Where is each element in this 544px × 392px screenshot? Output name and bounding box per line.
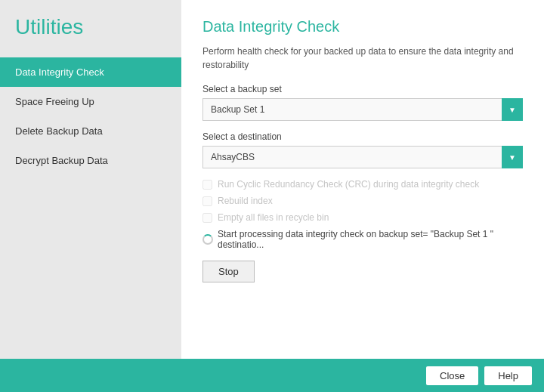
destination-select[interactable]: AhsayCBS	[202, 146, 523, 168]
help-button[interactable]: Help	[484, 366, 532, 385]
spinner-icon	[202, 234, 213, 245]
status-text: Start processing data integrity check on…	[218, 229, 523, 250]
sidebar-title: Utilities	[0, 0, 181, 57]
rebuild-index-checkbox-label: Rebuild index	[218, 196, 273, 206]
status-row: Start processing data integrity check on…	[202, 229, 523, 250]
page-title: Data Integrity Check	[202, 18, 523, 35]
sidebar-item-data-integrity-check[interactable]: Data Integrity Check	[0, 57, 181, 87]
sidebar-item-label: Delete Backup Data	[15, 125, 103, 137]
empty-recycle-checkbox[interactable]	[202, 213, 212, 223]
crc-checkbox[interactable]	[202, 180, 212, 190]
sidebar-item-label: Data Integrity Check	[15, 66, 104, 78]
backup-set-select[interactable]: Backup Set 1	[202, 98, 523, 121]
empty-recycle-checkbox-row: Empty all files in recycle bin	[202, 212, 523, 223]
sidebar-item-decrypt-backup-data[interactable]: Decrypt Backup Data	[0, 146, 181, 175]
sidebar-item-label: Space Freeing Up	[15, 96, 94, 107]
sidebar-item-delete-backup-data[interactable]: Delete Backup Data	[0, 116, 181, 146]
backup-set-select-wrapper: Backup Set 1	[202, 98, 523, 121]
backup-set-label: Select a backup set	[202, 84, 523, 94]
destination-select-wrapper: AhsayCBS	[202, 146, 523, 168]
crc-checkbox-row: Run Cyclic Redundancy Check (CRC) during…	[202, 179, 523, 190]
crc-checkbox-label: Run Cyclic Redundancy Check (CRC) during…	[218, 179, 479, 190]
rebuild-index-checkbox-row: Rebuild index	[202, 196, 523, 206]
empty-recycle-checkbox-label: Empty all files in recycle bin	[218, 212, 329, 223]
destination-label: Select a destination	[202, 131, 523, 142]
rebuild-index-checkbox[interactable]	[202, 196, 212, 206]
sidebar: Utilities Data Integrity Check Space Fre…	[0, 0, 181, 359]
stop-button[interactable]: Stop	[202, 261, 255, 282]
page-description: Perform health check for your backed up …	[202, 45, 523, 72]
content-area: Data Integrity Check Perform health chec…	[181, 0, 544, 359]
sidebar-item-space-freeing-up[interactable]: Space Freeing Up	[0, 87, 181, 116]
close-button[interactable]: Close	[426, 366, 478, 385]
footer: Close Help	[0, 359, 544, 392]
sidebar-item-label: Decrypt Backup Data	[15, 155, 108, 166]
